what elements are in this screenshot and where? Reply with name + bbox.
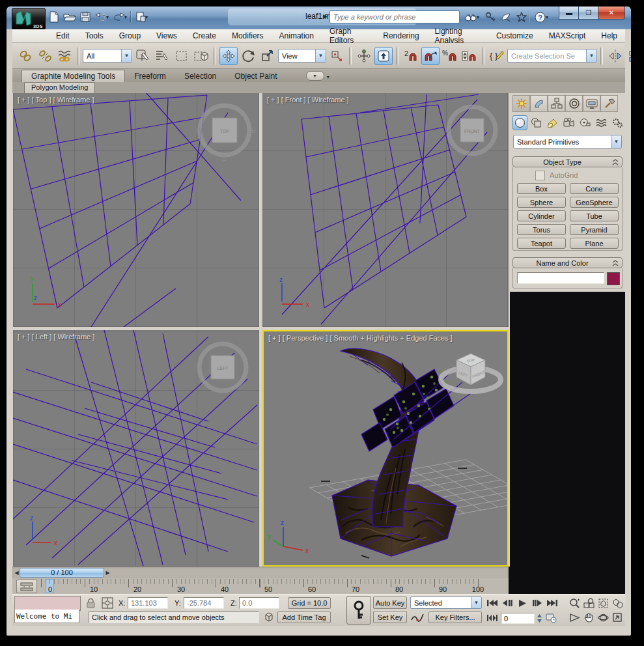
align-icon[interactable] — [626, 47, 631, 65]
infocenter-collapse-icon[interactable]: ▶ — [323, 13, 328, 20]
teapot-button[interactable]: Teapot — [517, 238, 566, 249]
qat-customize-arrow[interactable]: ▾ — [145, 14, 148, 20]
menu-modifiers[interactable]: Modifiers — [224, 30, 272, 42]
viewcube-perspective[interactable]: TOP LEFT FRONT — [441, 354, 501, 391]
select-object-icon[interactable] — [133, 47, 152, 65]
undo-dropdown-arrow[interactable]: ▾ — [106, 14, 109, 20]
time-slider-next-arrow[interactable]: ▶ — [105, 569, 111, 576]
select-and-manipulate-icon[interactable] — [355, 47, 373, 65]
tab-motion-icon[interactable] — [565, 95, 583, 112]
chevron-down-icon[interactable]: ▼ — [315, 49, 326, 62]
go-to-start-icon[interactable] — [486, 597, 499, 610]
menu-maxscript[interactable]: MAXScript — [541, 30, 594, 42]
menu-edit[interactable]: Edit — [48, 30, 77, 42]
default-tangent-curve-icon[interactable] — [410, 611, 425, 625]
chevron-down-icon[interactable]: ▼ — [121, 49, 132, 62]
open-file-button[interactable] — [63, 10, 77, 24]
selection-lock-icon[interactable] — [86, 598, 96, 611]
cylinder-button[interactable]: Cylinder — [517, 210, 566, 221]
tab-graphite-modeling-tools[interactable]: Graphite Modeling Tools — [21, 70, 125, 82]
help-icon[interactable]: ? — [533, 10, 547, 24]
window-crossing-toggle-icon[interactable] — [192, 47, 210, 65]
redo-dropdown-arrow[interactable]: ▾ — [124, 14, 127, 20]
reference-coordinate-dropdown[interactable]: View ▼ — [278, 49, 326, 63]
pyramid-button[interactable]: Pyramid — [570, 224, 619, 235]
sphere-button[interactable]: Sphere — [517, 197, 566, 208]
menu-animation[interactable]: Animation — [272, 30, 322, 42]
play-animation-icon[interactable] — [516, 597, 529, 610]
set-keys-big-button[interactable] — [346, 596, 371, 625]
tab-freeform[interactable]: Freeform — [125, 70, 175, 82]
bind-to-space-warp-icon[interactable] — [55, 47, 74, 65]
object-type-rollout-header[interactable]: Object Type — [512, 156, 623, 167]
search-dropdown-arrow[interactable]: ▾ — [477, 14, 479, 20]
viewcube-front[interactable]: FRONT — [449, 107, 496, 154]
rectangular-selection-region-icon[interactable] — [173, 47, 191, 65]
save-button[interactable] — [78, 10, 92, 24]
set-key-button[interactable]: Set Key — [373, 611, 407, 623]
chevron-down-icon[interactable]: ▼ — [611, 135, 621, 148]
menu-help[interactable]: Help — [593, 30, 625, 42]
select-and-rotate-icon[interactable] — [239, 47, 257, 65]
menu-customize[interactable]: Customize — [488, 30, 541, 42]
menu-create[interactable]: Create — [185, 30, 224, 42]
tab-display-icon[interactable] — [583, 95, 600, 112]
primitive-category-dropdown[interactable]: Standard Primitives ▼ — [513, 135, 622, 148]
use-pivot-point-icon[interactable] — [328, 47, 346, 65]
maxscript-mini-listener-white[interactable]: Welcome to Mi — [14, 610, 79, 623]
key-filters-button[interactable]: Key Filters... — [428, 611, 482, 623]
new-scene-button[interactable] — [47, 10, 61, 24]
previous-frame-icon[interactable] — [501, 597, 514, 610]
time-configuration-icon[interactable] — [544, 611, 557, 625]
menu-rendering[interactable]: Rendering — [375, 30, 427, 42]
go-to-end-icon[interactable] — [546, 597, 559, 610]
pan-hand-icon[interactable] — [582, 611, 595, 624]
subscription-key-icon[interactable] — [483, 10, 497, 24]
select-and-move-icon[interactable] — [219, 47, 238, 65]
frame-spinner[interactable] — [537, 613, 542, 623]
y-coordinate-field[interactable]: -25.784 — [184, 597, 224, 609]
key-mode-toggle-icon[interactable] — [486, 611, 499, 625]
minimize-button[interactable]: ▬ — [559, 7, 580, 20]
field-of-view-icon[interactable] — [568, 611, 581, 624]
plane-button[interactable]: Plane — [570, 238, 619, 249]
x-coordinate-field[interactable]: 131.103 — [128, 597, 168, 609]
angle-snap-toggle-icon[interactable] — [421, 47, 440, 65]
search-input[interactable] — [329, 10, 460, 23]
application-menu-button[interactable]: 3DS — [12, 8, 46, 30]
time-slider-track[interactable]: ◀ 0 / 100 ▶ — [12, 567, 509, 579]
viewport-perspective[interactable]: TOP LEFT FRONT z x y [ + ] [ Perspective… — [262, 330, 509, 567]
category-systems-icon[interactable] — [610, 115, 625, 130]
next-frame-icon[interactable] — [531, 597, 544, 610]
category-helpers-icon[interactable] — [578, 115, 593, 130]
torus-button[interactable]: Torus — [517, 224, 566, 235]
tube-button[interactable]: Tube — [570, 210, 619, 221]
viewcube-top[interactable]: W E S TOP — [196, 105, 256, 162]
close-button[interactable]: ✕ — [598, 7, 625, 20]
zoom-all-icon[interactable] — [582, 597, 595, 610]
tab-create-icon[interactable] — [512, 95, 530, 112]
box-button[interactable]: Box — [517, 183, 566, 194]
z-coordinate-field[interactable]: 0.0 — [239, 597, 279, 609]
favorites-star-icon[interactable] — [514, 10, 529, 24]
add-time-tag-button[interactable]: Add Time Tag — [277, 611, 331, 623]
chevron-down-icon[interactable]: ▼ — [471, 597, 481, 608]
menu-views[interactable]: Views — [148, 30, 185, 42]
category-lights-icon[interactable] — [545, 115, 560, 130]
key-filter-scope-dropdown[interactable]: Selected ▼ — [410, 597, 482, 609]
isolate-selection-icon[interactable] — [263, 611, 274, 625]
unlink-selection-icon[interactable] — [36, 47, 54, 65]
maxscript-mini-listener-pink[interactable] — [14, 596, 81, 611]
named-selection-set-combo[interactable]: Create Selection Se ▼ — [507, 49, 597, 63]
open-mini-curve-editor-icon[interactable] — [16, 580, 37, 593]
name-color-rollout-header[interactable]: Name and Color — [512, 257, 623, 268]
orbit-icon[interactable] — [596, 611, 609, 624]
mirror-icon[interactable] — [606, 47, 624, 65]
tab-object-paint[interactable]: Object Paint — [225, 70, 286, 82]
tab-modify-icon[interactable] — [530, 95, 548, 112]
zoom-extents-all-icon[interactable] — [611, 597, 624, 610]
ribbon-minimize-icon[interactable]: ▾ — [306, 71, 324, 81]
maximize-viewport-toggle-icon[interactable] — [611, 611, 624, 624]
cone-button[interactable]: Cone — [570, 183, 619, 194]
help-dropdown-arrow[interactable]: ▾ — [546, 14, 548, 20]
